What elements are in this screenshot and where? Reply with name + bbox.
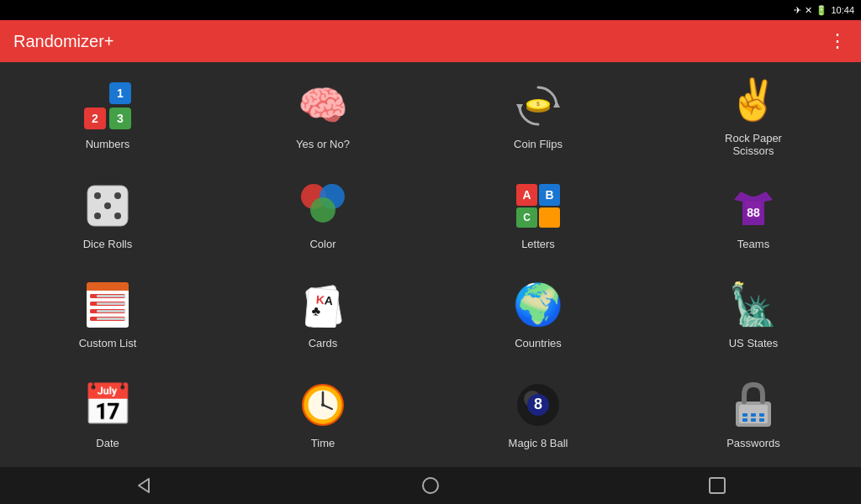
coin-flips-label: Coin Flips — [514, 138, 563, 151]
cards-icon: K ♣ A — [296, 278, 350, 332]
custom-list-label: Custom List — [79, 337, 137, 350]
grid-item-numbers[interactable]: 1 2 3 Numbers — [0, 66, 215, 165]
yes-no-icon: 🧠 — [296, 79, 350, 133]
numbers-label: Numbers — [86, 138, 130, 151]
time-label: Time — [311, 437, 335, 450]
letters-label: Letters — [521, 238, 555, 251]
svg-rect-34 — [742, 418, 747, 422]
letters-icon: A B C — [511, 179, 565, 233]
countries-label: Countries — [515, 337, 562, 350]
coin-icon: $ — [511, 79, 565, 133]
grid-item-dice-rolls[interactable]: Dice Rolls — [0, 165, 215, 265]
dice-rolls-label: Dice Rolls — [83, 238, 133, 251]
grid-item-time[interactable]: Time — [215, 365, 430, 465]
svg-rect-32 — [751, 413, 756, 417]
grid-item-countries[interactable]: 🌍 Countries — [430, 265, 646, 365]
svg-point-7 — [94, 192, 101, 199]
teams-icon: 88 — [726, 179, 780, 233]
svg-point-8 — [104, 202, 111, 209]
8ball-icon: 8 — [511, 378, 565, 432]
battery-icon: 🔋 — [816, 5, 827, 16]
magic-8-ball-label: Magic 8 Ball — [509, 437, 568, 450]
svg-marker-37 — [139, 479, 149, 492]
lock-icon — [726, 378, 780, 432]
app-bar: Randomizer+ ⋮ — [0, 20, 861, 62]
status-icons: ✈ ✕ 🔋 10:44 — [794, 5, 854, 16]
wrench-icon: ✕ — [805, 5, 812, 16]
grid-item-date[interactable]: 📅 Date — [0, 365, 215, 465]
svg-rect-31 — [742, 413, 747, 417]
grid-item-rps[interactable]: ✌️ Rock PaperScissors — [646, 66, 861, 165]
custom-list-icon — [81, 278, 135, 332]
svg-rect-33 — [759, 413, 764, 417]
grid-item-letters[interactable]: A B C Letters — [430, 165, 646, 265]
rps-icon: ✌️ — [726, 73, 780, 127]
main-grid: 1 2 3 Numbers 🧠 Yes or No? $ — [0, 62, 861, 467]
svg-point-24 — [321, 403, 325, 407]
grid-item-yes-or-no[interactable]: 🧠 Yes or No? — [215, 66, 430, 165]
svg-marker-1 — [516, 104, 523, 111]
airplane-icon: ✈ — [794, 5, 801, 16]
recent-button[interactable] — [700, 469, 734, 502]
globe-icon: 🌍 — [511, 278, 565, 332]
time-display: 10:44 — [831, 5, 854, 15]
grid-item-us-states[interactable]: 🗽 US States — [646, 265, 861, 365]
svg-text:88: 88 — [747, 206, 760, 219]
status-bar: ✈ ✕ 🔋 10:44 — [0, 0, 861, 20]
svg-point-9 — [114, 213, 121, 219]
svg-text:♣: ♣ — [311, 303, 321, 318]
grid-item-magic-8-ball[interactable]: 8 Magic 8 Ball — [430, 365, 646, 465]
us-states-label: US States — [729, 337, 779, 350]
color-icon — [296, 179, 350, 233]
svg-point-11 — [94, 213, 101, 219]
grid-item-teams[interactable]: 88 Teams — [646, 165, 861, 265]
statue-icon: 🗽 — [726, 278, 780, 332]
color-label: Color — [309, 238, 335, 251]
svg-point-38 — [423, 478, 438, 493]
svg-point-10 — [114, 192, 121, 199]
grid-item-cards[interactable]: K ♣ A Cards — [215, 265, 430, 365]
calendar-icon: 📅 — [81, 378, 135, 432]
grid-item-passwords[interactable]: Passwords — [646, 365, 861, 465]
svg-rect-35 — [751, 418, 756, 422]
svg-marker-0 — [553, 101, 560, 108]
numbers-icon: 1 2 3 — [81, 79, 135, 133]
grid-item-custom-list[interactable]: Custom List — [0, 265, 215, 365]
back-button[interactable] — [127, 469, 161, 502]
svg-text:A: A — [324, 294, 333, 308]
svg-rect-36 — [759, 418, 764, 422]
passwords-label: Passwords — [726, 437, 780, 450]
cards-label: Cards — [309, 337, 338, 350]
bottom-nav — [0, 467, 861, 504]
rps-label: Rock PaperScissors — [725, 132, 782, 158]
svg-text:8: 8 — [534, 396, 542, 412]
grid-item-color[interactable]: Color — [215, 165, 430, 265]
grid-item-coin-flips[interactable]: $ Coin Flips — [430, 66, 646, 165]
yes-or-no-label: Yes or No? — [296, 138, 350, 151]
dice-icon — [81, 179, 135, 233]
home-button[interactable] — [414, 469, 447, 502]
svg-rect-39 — [710, 478, 725, 493]
svg-text:$: $ — [536, 101, 540, 108]
date-label: Date — [96, 437, 119, 450]
clock-icon — [296, 378, 350, 432]
app-title: Randomizer+ — [13, 32, 114, 51]
overflow-menu-button[interactable]: ⋮ — [828, 30, 848, 52]
teams-label: Teams — [737, 238, 769, 251]
